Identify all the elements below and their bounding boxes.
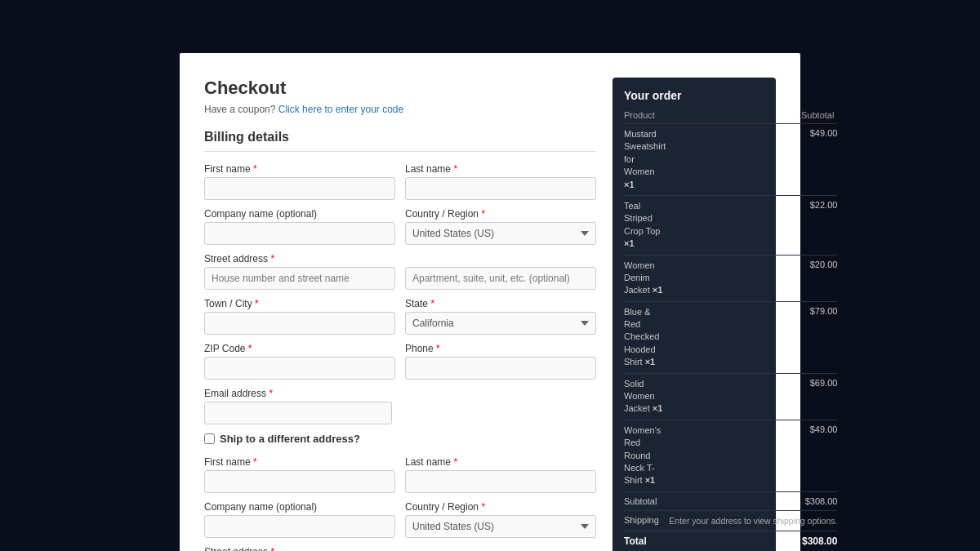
order-panel-title: Your order	[624, 89, 764, 102]
total-label: Total	[624, 531, 669, 551]
billing-country-select[interactable]: United States (US)	[405, 222, 596, 245]
order-table-row: Solid Women Jacket ×1 $69.00	[624, 373, 837, 420]
order-item-price: $20.00	[669, 255, 837, 301]
billing-section-title: Billing details	[204, 130, 596, 152]
billing-first-name-input[interactable]	[204, 177, 395, 200]
ship-country-select[interactable]: United States (US)	[405, 515, 596, 538]
ship-country-label: Country / Region *	[405, 501, 596, 513]
state-label: State *	[405, 298, 596, 309]
order-item-price: $49.00	[669, 420, 837, 491]
shipping-label: Shipping	[624, 510, 669, 531]
order-item-price: $22.00	[669, 195, 837, 255]
first-name-label: First name *	[204, 163, 395, 175]
street-label: Street address *	[204, 253, 395, 264]
order-item-name: Women Denim Jacket ×1	[624, 255, 669, 301]
order-item-price: $69.00	[669, 373, 837, 420]
billing-email-input[interactable]	[204, 402, 392, 424]
order-item-name: Women's Red Round Neck T-Shirt ×1	[624, 420, 669, 491]
order-table-row: Women's Red Round Neck T-Shirt ×1 $49.00	[624, 420, 837, 491]
billing-street-input[interactable]	[204, 267, 395, 290]
country-label: Country / Region *	[405, 208, 596, 220]
billing-town-input[interactable]	[204, 312, 395, 335]
subtotal-label: Subtotal	[624, 491, 669, 510]
billing-zip-input[interactable]	[204, 357, 395, 380]
order-table-row: Teal Striped Crop Top ×1 $22.00	[624, 195, 837, 255]
ship-last-name-label: Last name *	[405, 456, 596, 468]
order-table-row: Women Denim Jacket ×1 $20.00	[624, 255, 837, 301]
ship-to-label: Ship to a different address?	[220, 433, 360, 445]
billing-last-name-input[interactable]	[405, 177, 596, 200]
billing-company-input[interactable]	[204, 222, 395, 245]
order-item-name: Teal Striped Crop Top ×1	[624, 195, 669, 255]
coupon-text: Have a coupon? Click here to enter your …	[204, 104, 596, 115]
email-label: Email address *	[204, 388, 392, 399]
ship-to-different-checkbox[interactable]	[204, 433, 215, 444]
billing-phone-input[interactable]	[405, 357, 596, 380]
town-label: Town / City *	[204, 298, 395, 309]
subtotal-col-header: Subtotal	[669, 110, 837, 124]
order-item-price: $49.00	[669, 124, 837, 196]
ship-company-label: Company name (optional)	[204, 501, 395, 513]
order-item-name: Blue & Red Checked Hooded Shirt ×1	[624, 301, 669, 373]
zip-label: ZIP Code *	[204, 343, 395, 354]
shipping-value: Enter your address to view shipping opti…	[669, 510, 837, 531]
page-title: Checkout	[204, 78, 596, 99]
order-item-name: Mustard Sweatshirt for Women ×1	[624, 124, 669, 196]
order-table-row: Mustard Sweatshirt for Women ×1 $49.00	[624, 124, 837, 196]
product-col-header: Product	[624, 110, 669, 124]
order-item-price: $79.00	[669, 301, 837, 373]
ship-last-name-input[interactable]	[405, 470, 596, 493]
ship-street-label: Street address *	[204, 546, 395, 551]
billing-apt-input[interactable]	[405, 267, 596, 290]
order-item-name: Solid Women Jacket ×1	[624, 373, 669, 420]
total-value: $308.00	[669, 531, 837, 551]
subtotal-value: $308.00	[669, 491, 837, 510]
company-label: Company name (optional)	[204, 208, 395, 220]
ship-company-input[interactable]	[204, 515, 395, 538]
phone-label: Phone *	[405, 343, 596, 354]
billing-state-select[interactable]: California	[405, 312, 596, 335]
order-table-row: Blue & Red Checked Hooded Shirt ×1 $79.0…	[624, 301, 837, 373]
order-panel: Your order Product Subtotal Mustard Swea…	[612, 78, 776, 551]
ship-first-name-input[interactable]	[204, 470, 395, 493]
coupon-link[interactable]: Click here to enter your code	[278, 104, 403, 115]
order-table: Product Subtotal Mustard Sweatshirt for …	[624, 110, 837, 551]
ship-first-name-label: First name *	[204, 456, 395, 468]
last-name-label: Last name *	[405, 163, 596, 175]
